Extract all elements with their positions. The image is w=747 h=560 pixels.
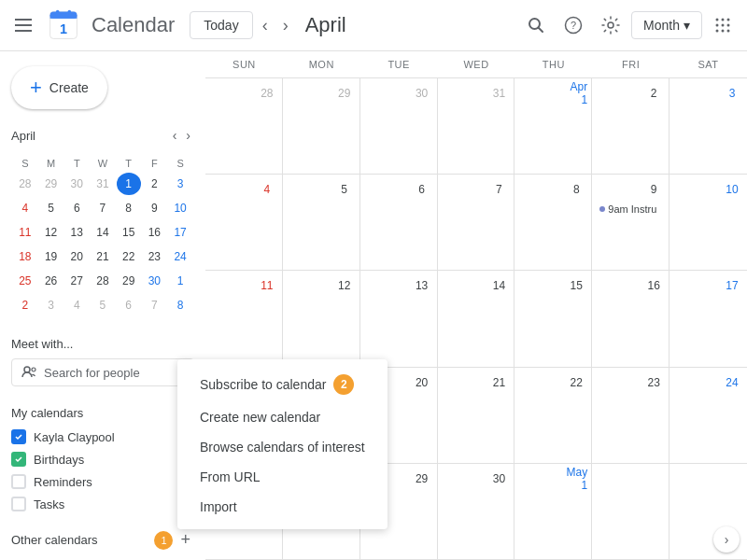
- calendar-date[interactable]: 17: [721, 274, 743, 297]
- context-menu-item[interactable]: Import: [177, 492, 388, 522]
- context-menu-item[interactable]: Browse calendars of interest: [177, 432, 388, 462]
- mini-cal-day[interactable]: 22: [117, 245, 141, 268]
- calendar-cell[interactable]: 15: [514, 271, 592, 366]
- mini-cal-day[interactable]: 8: [117, 197, 141, 219]
- context-menu-item[interactable]: From URL: [177, 462, 388, 492]
- mini-cal-day[interactable]: 1: [168, 270, 192, 292]
- calendar-cell[interactable]: 23: [592, 368, 669, 463]
- mini-cal-day[interactable]: 1: [117, 173, 141, 195]
- apps-button[interactable]: [706, 8, 740, 42]
- calendar-cell[interactable]: 31: [438, 78, 515, 174]
- settings-button[interactable]: [594, 8, 627, 42]
- calendar-cell[interactable]: 24: [669, 368, 747, 463]
- add-other-calendar-button[interactable]: +: [176, 526, 194, 553]
- calendar-date[interactable]: 7: [487, 178, 510, 201]
- calendar-checkbox[interactable]: [11, 474, 26, 489]
- mini-cal-day[interactable]: 31: [91, 173, 115, 195]
- mini-cal-day[interactable]: 21: [91, 245, 115, 268]
- calendar-date[interactable]: 8: [565, 178, 587, 201]
- mini-cal-day[interactable]: 7: [143, 294, 167, 316]
- mini-cal-day[interactable]: 24: [168, 245, 192, 268]
- calendar-date[interactable]: 28: [256, 82, 278, 105]
- mini-cal-day[interactable]: 28: [91, 270, 115, 292]
- calendar-cell[interactable]: 28: [205, 78, 283, 174]
- mini-cal-day[interactable]: 3: [168, 173, 192, 195]
- mini-cal-day[interactable]: 29: [117, 270, 141, 292]
- calendar-date[interactable]: 13: [411, 274, 433, 297]
- calendar-checkbox[interactable]: [11, 452, 26, 467]
- mini-cal-day[interactable]: 6: [64, 197, 89, 219]
- menu-button[interactable]: [7, 11, 39, 39]
- calendar-date[interactable]: 24: [721, 371, 743, 394]
- calendar-date[interactable]: 11: [256, 274, 278, 297]
- other-calendars-title[interactable]: Other calendars: [11, 533, 98, 547]
- calendar-checkbox[interactable]: [11, 497, 26, 511]
- calendar-cell[interactable]: 17: [669, 271, 747, 366]
- mini-cal-day[interactable]: 5: [91, 294, 115, 316]
- calendar-cell[interactable]: 13: [360, 271, 438, 366]
- mini-cal-day[interactable]: 25: [13, 270, 37, 292]
- calendar-cell[interactable]: 99am Instru: [592, 175, 669, 270]
- calendar-date[interactable]: 3: [721, 82, 743, 105]
- calendar-date[interactable]: 31: [487, 82, 510, 105]
- calendar-cell[interactable]: 8: [514, 175, 592, 270]
- mini-cal-day[interactable]: 19: [39, 245, 63, 268]
- my-calendars-title[interactable]: My calendars: [11, 406, 83, 420]
- calendar-cell[interactable]: 10: [669, 175, 747, 270]
- mini-cal-day[interactable]: 8: [168, 294, 192, 316]
- calendar-cell[interactable]: 3: [669, 78, 747, 174]
- prev-month-button[interactable]: ‹: [257, 10, 274, 41]
- mini-cal-day[interactable]: 6: [117, 294, 141, 316]
- today-button[interactable]: Today: [190, 11, 252, 39]
- calendar-date[interactable]: 29: [333, 82, 356, 105]
- search-people-input[interactable]: Search for people: [11, 358, 194, 386]
- calendar-date[interactable]: 21: [487, 371, 510, 394]
- search-button[interactable]: [519, 8, 553, 42]
- calendar-item[interactable]: Birthdays: [11, 448, 194, 470]
- calendar-cell[interactable]: 7: [438, 175, 515, 270]
- calendar-date[interactable]: 30: [411, 82, 433, 105]
- mini-cal-day[interactable]: 2: [13, 294, 37, 316]
- scroll-button[interactable]: ›: [713, 526, 740, 553]
- calendar-date[interactable]: 5: [333, 178, 356, 201]
- calendar-date[interactable]: 10: [721, 178, 743, 201]
- mini-cal-day[interactable]: 28: [13, 173, 37, 195]
- calendar-event[interactable]: 9am Instru: [596, 203, 665, 216]
- calendar-date[interactable]: Apr 1: [565, 82, 587, 105]
- calendar-date[interactable]: 23: [642, 371, 665, 394]
- calendar-item[interactable]: Reminders: [11, 470, 194, 493]
- calendar-date[interactable]: 6: [411, 178, 433, 201]
- calendar-cell[interactable]: 21: [438, 368, 515, 463]
- mini-cal-day[interactable]: 17: [168, 221, 192, 244]
- calendar-cell[interactable]: 5: [283, 175, 360, 270]
- mini-cal-day[interactable]: 9: [143, 197, 167, 219]
- calendar-item[interactable]: Tasks: [11, 493, 194, 515]
- calendar-cell[interactable]: 16: [592, 271, 669, 366]
- calendar-date[interactable]: 30: [487, 468, 510, 490]
- mini-cal-day[interactable]: 29: [39, 173, 63, 195]
- calendar-date[interactable]: 12: [333, 274, 356, 297]
- mini-cal-day[interactable]: 30: [64, 173, 89, 195]
- calendar-cell[interactable]: 6: [360, 175, 438, 270]
- mini-cal-day[interactable]: 20: [64, 245, 89, 268]
- mini-cal-day[interactable]: 5: [39, 197, 63, 219]
- calendar-cell[interactable]: Apr 1: [514, 78, 592, 174]
- calendar-cell[interactable]: May 1: [514, 464, 592, 559]
- mini-prev-button[interactable]: ‹: [169, 124, 181, 147]
- help-button[interactable]: ?: [557, 8, 590, 42]
- mini-cal-day[interactable]: 12: [39, 221, 63, 244]
- mini-cal-day[interactable]: 4: [13, 197, 37, 219]
- mini-cal-day[interactable]: 23: [143, 245, 167, 268]
- mini-cal-day[interactable]: 2: [143, 173, 167, 195]
- mini-next-button[interactable]: ›: [182, 124, 194, 147]
- calendar-date[interactable]: May 1: [565, 468, 587, 490]
- mini-cal-day[interactable]: 13: [64, 221, 89, 244]
- context-menu-item[interactable]: Create new calendar: [177, 402, 388, 432]
- context-menu-item[interactable]: Subscribe to calendar2: [177, 367, 388, 402]
- mini-cal-day[interactable]: 10: [168, 197, 192, 219]
- calendar-item[interactable]: Kayla Claypool: [11, 426, 194, 448]
- calendar-date[interactable]: 14: [487, 274, 510, 297]
- mini-cal-day[interactable]: 3: [39, 294, 63, 316]
- calendar-cell[interactable]: [592, 464, 669, 559]
- calendar-cell[interactable]: 30: [360, 78, 438, 174]
